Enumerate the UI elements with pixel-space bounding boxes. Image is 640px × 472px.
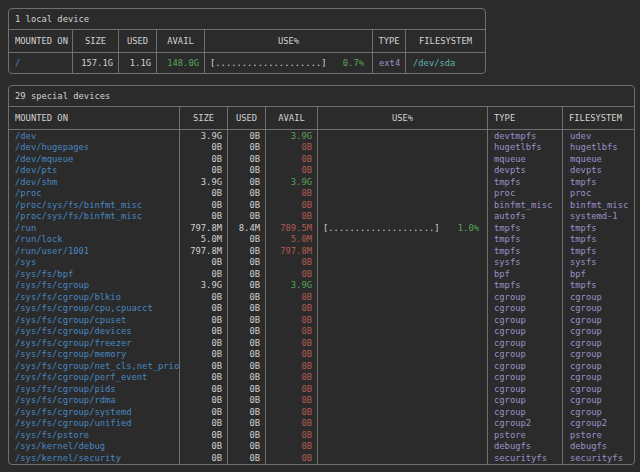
size-value: 3.9G bbox=[180, 130, 228, 142]
mount-point: /sys/fs/cgroup/perf_event bbox=[9, 372, 180, 384]
fs-type: cgroup bbox=[488, 360, 563, 372]
fs-type: cgroup bbox=[488, 326, 563, 338]
usage-cell: [....................]1.0% bbox=[318, 222, 488, 234]
mount-point: /run/user/1001 bbox=[9, 245, 180, 257]
used-value: 0B bbox=[228, 176, 266, 188]
fs-type: tmpfs bbox=[488, 280, 563, 292]
avail-value: 0B bbox=[266, 199, 318, 211]
mount-point: /sys/kernel/security bbox=[9, 452, 180, 464]
usage-cell bbox=[318, 211, 488, 223]
usage-cell bbox=[318, 452, 488, 464]
usage-cell bbox=[318, 372, 488, 384]
used-value: 1.1G bbox=[119, 53, 157, 73]
mount-point: /sys/fs/cgroup/net_cls,net_prio bbox=[9, 360, 180, 372]
size-value: 5.0M bbox=[180, 234, 228, 246]
avail-value: 0B bbox=[266, 268, 318, 280]
avail-value: 3.9G bbox=[266, 280, 318, 292]
used-value: 0B bbox=[228, 234, 266, 246]
filesystem-name: cgroup bbox=[563, 406, 634, 418]
fs-type: tmpfs bbox=[488, 222, 563, 234]
used-value: 0B bbox=[228, 280, 266, 292]
size-value: 0B bbox=[180, 452, 228, 464]
filesystem-name: securityfs bbox=[563, 452, 634, 464]
usage-bar: [....................] bbox=[210, 58, 327, 68]
size-value: 0B bbox=[180, 429, 228, 441]
used-value: 0B bbox=[228, 303, 266, 315]
usage-cell bbox=[318, 291, 488, 303]
usage-cell bbox=[318, 280, 488, 292]
mount-point: /sys/fs/cgroup/systemd bbox=[9, 406, 180, 418]
mount-point: /proc/sys/fs/binfmt_misc bbox=[9, 199, 180, 211]
used-value: 8.4M bbox=[228, 222, 266, 234]
table-header-special: MOUNTED ON SIZE USED AVAIL USE% TYPE FIL… bbox=[9, 107, 634, 130]
filesystem-name: cgroup2 bbox=[563, 418, 634, 430]
filesystem-name: debugfs bbox=[563, 441, 634, 453]
filesystem-name: cgroup bbox=[563, 291, 634, 303]
fs-type: cgroup2 bbox=[488, 418, 563, 430]
usage-cell bbox=[318, 383, 488, 395]
filesystem-name: proc bbox=[563, 188, 634, 200]
filesystem-name: cgroup bbox=[563, 395, 634, 407]
fs-type: devtmpfs bbox=[488, 130, 563, 142]
column-header-use-percent: USE% bbox=[205, 30, 373, 52]
terminal-output: 1 local device MOUNTED ON SIZE USED AVAI… bbox=[8, 8, 640, 465]
usage-cell bbox=[318, 314, 488, 326]
used-value: 0B bbox=[228, 429, 266, 441]
fs-type: tmpfs bbox=[488, 245, 563, 257]
mount-point: /run/lock bbox=[9, 234, 180, 246]
fs-type: tmpfs bbox=[488, 234, 563, 246]
mount-point: /proc/sys/fs/binfmt_misc bbox=[9, 211, 180, 223]
mount-point: /sys/fs/pstore bbox=[9, 429, 180, 441]
used-value: 0B bbox=[228, 395, 266, 407]
avail-value: 0B bbox=[266, 349, 318, 361]
size-value: 3.9G bbox=[180, 280, 228, 292]
mount-point: /dev/pts bbox=[9, 165, 180, 177]
fs-type: sysfs bbox=[488, 257, 563, 269]
size-value: 0B bbox=[180, 211, 228, 223]
avail-value: 0B bbox=[266, 429, 318, 441]
used-value: 0B bbox=[228, 349, 266, 361]
fs-type: debugfs bbox=[488, 441, 563, 453]
mount-point: /sys/kernel/debug bbox=[9, 441, 180, 453]
mount-point: /sys/fs/cgroup bbox=[9, 280, 180, 292]
avail-value: 0B bbox=[266, 142, 318, 154]
usage-cell bbox=[318, 188, 488, 200]
filesystem-name: devpts bbox=[563, 165, 634, 177]
filesystem-name: tmpfs bbox=[563, 222, 634, 234]
usage-cell bbox=[318, 142, 488, 154]
fs-type: cgroup bbox=[488, 372, 563, 384]
used-value: 0B bbox=[228, 268, 266, 280]
avail-value: 0B bbox=[266, 395, 318, 407]
table-title-local: 1 local device bbox=[9, 9, 485, 30]
used-value: 0B bbox=[228, 441, 266, 453]
mount-point: /sys/fs/cgroup/blkio bbox=[9, 291, 180, 303]
usage-cell bbox=[318, 199, 488, 211]
size-value: 0B bbox=[180, 165, 228, 177]
mount-point: /sys/fs/cgroup/rdma bbox=[9, 395, 180, 407]
usage-cell bbox=[318, 165, 488, 177]
fs-type: binfmt_misc bbox=[488, 199, 563, 211]
filesystem-name: tmpfs bbox=[563, 176, 634, 188]
used-value: 0B bbox=[228, 291, 266, 303]
avail-value: 0B bbox=[266, 291, 318, 303]
filesystem-name: bpf bbox=[563, 268, 634, 280]
size-value: 0B bbox=[180, 257, 228, 269]
local-device-table: 1 local device MOUNTED ON SIZE USED AVAI… bbox=[8, 8, 486, 74]
usage-cell bbox=[318, 326, 488, 338]
mount-point: /sys/fs/cgroup/memory bbox=[9, 349, 180, 361]
fs-type: cgroup bbox=[488, 291, 563, 303]
used-value: 0B bbox=[228, 188, 266, 200]
mount-point: /sys/fs/cgroup/cpuset bbox=[9, 314, 180, 326]
usage-cell bbox=[318, 429, 488, 441]
size-value: 0B bbox=[180, 268, 228, 280]
fs-type: bpf bbox=[488, 268, 563, 280]
filesystem-name: mqueue bbox=[563, 153, 634, 165]
avail-value: 0B bbox=[266, 372, 318, 384]
table-body-special: /dev3.9G0B3.9Gdevtmpfsudev/dev/hugepages… bbox=[9, 130, 634, 464]
size-value: 0B bbox=[180, 383, 228, 395]
size-value: 0B bbox=[180, 199, 228, 211]
column-header-filesystem: FILESYSTEM bbox=[563, 107, 634, 129]
mount-point: /sys/fs/cgroup/freezer bbox=[9, 337, 180, 349]
fs-type: pstore bbox=[488, 429, 563, 441]
mount-point: / bbox=[9, 53, 73, 73]
